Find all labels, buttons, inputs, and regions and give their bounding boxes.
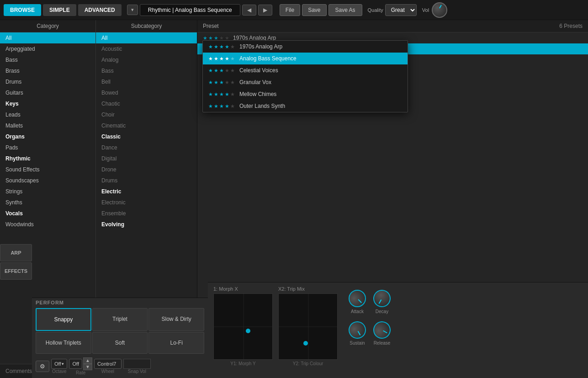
perform-controls: ⚙ Off ▾ Octave Off ▲ ▼ Rate (32, 356, 208, 378)
category-item-bass[interactable]: Bass (0, 54, 95, 65)
saveas-button[interactable]: Save As (328, 4, 362, 16)
perform-header: PERFORM (32, 298, 208, 307)
effects-tab[interactable]: EFFECTS (0, 262, 32, 280)
morph-x-pad[interactable] (213, 293, 273, 360)
category-item-leads[interactable]: Leads (0, 109, 95, 120)
category-header: Category (0, 20, 95, 32)
category-item-arpeggiated[interactable]: Arpeggiated (0, 43, 95, 54)
perform-btn-soft[interactable]: Soft (92, 332, 148, 354)
save-button[interactable]: Save (302, 4, 326, 16)
nav-next-button[interactable]: ▶ (258, 5, 272, 16)
subcategory-item-bass[interactable]: Bass (96, 65, 197, 76)
dropdown-stars-3: ★ ★ ★ ★ ★ (208, 68, 235, 74)
perform-btn-triplet[interactable]: Triplet (92, 308, 148, 331)
perform-section: PERFORM Snappy Triplet Slow & Dirty Holl… (32, 298, 208, 378)
perform-wheel-label: Wheel (101, 369, 114, 374)
perform-btn-snappy[interactable]: Snappy (36, 308, 91, 331)
subcategory-item-acoustic[interactable]: Acoustic (96, 43, 197, 54)
dropdown-name-2: Analog Bass Sequence (239, 55, 297, 62)
perform-rate-group: Off ▲ ▼ Rate (69, 357, 92, 375)
dropdown-name-3: Celestial Voices (239, 67, 278, 74)
category-item-soundscapes[interactable]: Soundscapes (0, 175, 95, 186)
perform-octave-dropdown[interactable]: Off ▾ (51, 359, 67, 369)
decay-knob[interactable] (370, 287, 394, 310)
subcategory-item-evolving[interactable]: Evolving (96, 219, 197, 230)
subcategory-item-ensemble[interactable]: Ensemble (96, 208, 197, 219)
advanced-button[interactable]: ADVANCED (78, 4, 122, 16)
perform-btn-lofi[interactable]: Lo-Fi (148, 332, 204, 354)
perform-snapvol-label: Snap Vol (128, 369, 146, 374)
vol-label: Vol (422, 7, 429, 13)
dropdown-stars-1: ★ ★ ★ ★ ★ (208, 44, 235, 50)
subcategory-item-dance[interactable]: Dance (96, 142, 197, 153)
category-item-synths[interactable]: Synths (0, 197, 95, 208)
knobs-row1: Attack Decay (349, 290, 391, 314)
release-knob[interactable] (370, 318, 394, 342)
category-item-strings[interactable]: Strings (0, 186, 95, 197)
category-item-organs[interactable]: Organs (0, 131, 95, 142)
decay-knob-item: Decay (373, 290, 391, 314)
dropdown-name-6: Outer Lands Synth (239, 103, 285, 109)
dropdown-item-analogbass[interactable]: ★ ★ ★ ★ ★ Analog Bass Sequence (203, 53, 408, 64)
sustain-knob-label: Sustain (350, 341, 365, 346)
morph-y1-label: Y1: Morph Y (213, 361, 273, 366)
quality-select[interactable]: Great (385, 4, 417, 16)
nav-prev-button[interactable]: ◀ (242, 5, 256, 16)
category-item-drums[interactable]: Drums (0, 76, 95, 87)
morph-trip-dot (303, 341, 308, 346)
morph-x1-label: 1: Morph X (213, 286, 273, 292)
subcategory-item-electronic[interactable]: Electronic (96, 197, 197, 208)
category-item-vocals[interactable]: Vocals (0, 208, 95, 219)
browse-button[interactable]: BROWSE (4, 4, 41, 16)
subcategory-item-bell[interactable]: Bell (96, 76, 197, 87)
perform-octave-group: Off ▾ Octave (51, 359, 67, 374)
simple-button[interactable]: SIMPLE (43, 4, 76, 16)
perform-btn-hollowtriplets[interactable]: Hollow Triplets (36, 332, 91, 354)
morph-area: 1: Morph X Y1: Morph Y X2: Trip Mix (208, 282, 588, 378)
morph-trip-pad[interactable] (278, 293, 338, 360)
subcategory-item-classic[interactable]: Classic (96, 131, 197, 142)
category-item-soundeffects[interactable]: Sound Effects (0, 164, 95, 175)
preset-dropdown-button[interactable]: ▾ (127, 5, 138, 15)
attack-knob[interactable] (345, 286, 370, 311)
category-item-rhythmic[interactable]: Rhythmic (0, 153, 95, 164)
perform-snapvol-group: Snap Vol (123, 359, 151, 374)
preset-header-label: Preset (203, 23, 219, 29)
morph-trip-section: X2: Trip Mix Y2: Trip Colour (278, 286, 338, 366)
subcategory-item-cinematic[interactable]: Cinematic (96, 120, 197, 131)
dropdown-item-1970s[interactable]: ★ ★ ★ ★ ★ 1970s Analog Arp (203, 41, 408, 53)
category-item-pads[interactable]: Pads (0, 142, 95, 153)
category-item-guitars[interactable]: Guitars (0, 87, 95, 98)
perform-gear-button[interactable]: ⚙ (36, 361, 49, 372)
volume-knob[interactable] (432, 2, 447, 18)
category-item-keys[interactable]: Keys (0, 98, 95, 109)
perform-btn-slowdirty[interactable]: Slow & Dirty (148, 308, 204, 331)
category-item-all[interactable]: All (0, 32, 95, 43)
dropdown-item-celestial[interactable]: ★ ★ ★ ★ ★ Celestial Voices (203, 64, 408, 76)
arp-tab[interactable]: ARP (0, 244, 32, 261)
subcategory-item-digital[interactable]: Digital (96, 153, 197, 164)
category-item-woodwinds[interactable]: Woodwinds (0, 219, 95, 230)
nav-area: ▾ Rhythmic | Analog Bass Sequence ◀ ▶ (127, 4, 272, 16)
subcategory-item-all[interactable]: All (96, 32, 197, 43)
subcategory-item-choir[interactable]: Choir (96, 109, 197, 120)
file-button[interactable]: File (280, 4, 300, 16)
sustain-knob[interactable] (345, 318, 369, 342)
subcategory-item-electric[interactable]: Electric (96, 186, 197, 197)
subcategory-item-analog[interactable]: Analog (96, 54, 197, 65)
category-item-mallets[interactable]: Mallets (0, 120, 95, 131)
perform-rate-down[interactable]: ▼ (83, 364, 92, 370)
dropdown-item-outerlands[interactable]: ★ ★ ★ ★ ★ Outer Lands Synth (203, 100, 408, 112)
subcategory-item-chaotic[interactable]: Chaotic (96, 98, 197, 109)
subcategory-item-bowed[interactable]: Bowed (96, 87, 197, 98)
dropdown-item-granular[interactable]: ★ ★ ★ ★ ★ Granular Vox (203, 76, 408, 88)
morph-y2-label: Y2: Trip Colour (278, 361, 338, 366)
subcategory-item-drums[interactable]: Drums (96, 175, 197, 186)
perform-buttons-grid: Snappy Triplet Slow & Dirty Hollow Tripl… (32, 307, 208, 356)
perform-rate-up[interactable]: ▲ (83, 357, 92, 364)
category-item-brass[interactable]: Brass (0, 65, 95, 76)
dropdown-item-mellow[interactable]: ★ ★ ★ ★ ★ Mellow Chimes (203, 88, 408, 100)
dropdown-stars-4: ★ ★ ★ ★ ★ (208, 80, 235, 85)
attack-knob-label: Attack (351, 309, 364, 314)
subcategory-item-drone[interactable]: Drone (96, 164, 197, 175)
